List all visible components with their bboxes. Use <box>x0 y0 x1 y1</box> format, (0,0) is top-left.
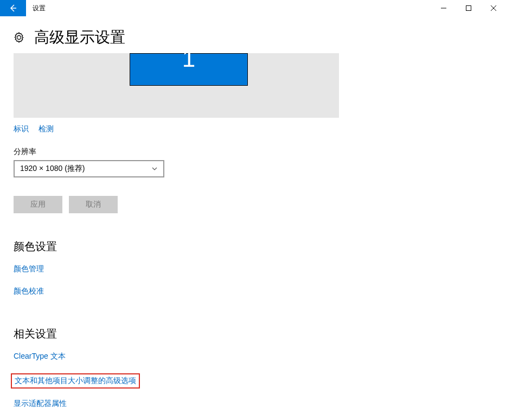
resolution-dropdown[interactable]: 1920 × 1080 (推荐) <box>14 160 164 177</box>
resolution-value: 1920 × 1080 (推荐) <box>20 164 85 174</box>
color-management-link[interactable]: 颜色管理 <box>14 264 44 274</box>
monitor-number: 1 <box>182 45 195 72</box>
maximize-button[interactable] <box>456 0 481 16</box>
monitor-1[interactable]: 1 <box>130 53 248 86</box>
cleartype-link[interactable]: ClearType 文本 <box>14 352 66 361</box>
back-button[interactable] <box>0 0 26 16</box>
color-settings-heading: 颜色设置 <box>14 239 492 254</box>
close-button[interactable] <box>481 0 506 16</box>
close-icon <box>491 5 496 11</box>
page-title: 高级显示设置 <box>34 27 125 48</box>
maximize-icon <box>466 5 471 11</box>
window-title: 设置 <box>26 4 431 13</box>
svg-rect-2 <box>466 6 471 11</box>
arrow-left-icon <box>9 4 17 12</box>
identify-link[interactable]: 标识 <box>14 124 29 134</box>
chevron-down-icon <box>151 166 158 172</box>
minimize-icon <box>441 5 446 11</box>
monitor-preview-area: 1 <box>14 53 339 118</box>
text-sizing-advanced-link[interactable]: 文本和其他项目大小调整的高级选项 <box>11 373 140 389</box>
detect-link[interactable]: 检测 <box>39 124 54 134</box>
cancel-button[interactable]: 取消 <box>69 196 118 213</box>
related-settings-heading: 相关设置 <box>14 327 492 341</box>
minimize-button[interactable] <box>431 0 456 16</box>
apply-button[interactable]: 应用 <box>14 196 62 213</box>
resolution-label: 分辨率 <box>14 147 492 157</box>
gear-icon <box>14 32 24 43</box>
color-calibration-link[interactable]: 颜色校准 <box>14 287 44 296</box>
display-adapter-properties-link[interactable]: 显示适配器属性 <box>14 399 67 409</box>
